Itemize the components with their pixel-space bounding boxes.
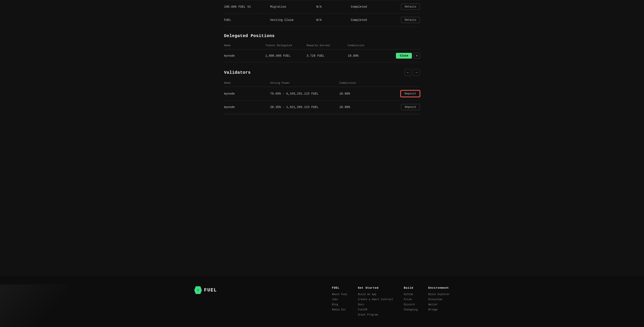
details-button-1[interactable]: Details [401,4,420,10]
footer-col-getstarted-title: Get Started [358,286,393,290]
footer-link-blog[interactable]: Blog [332,303,347,306]
footer-links-area: FUEL About Fuel Jobs Blog Media Kit Get … [304,286,450,318]
transaction-asset: 100.000 FUEL V1 [224,5,270,8]
prev-page-button[interactable]: ← [405,69,412,76]
footer: FUEL FUEL About Fuel Jobs Blog Media Kit… [0,276,644,327]
header-name: Name [224,82,270,84]
footer-link-docs[interactable]: Docs [358,303,393,306]
transaction-list: 100.000 FUEL V1 Migration N/A Completed … [224,0,420,27]
validators-title: Validators [224,70,251,75]
header-rewards: Rewards Earned [306,44,348,47]
footer-content: FUEL FUEL About Fuel Jobs Blog Media Kit… [194,286,450,318]
del-commission: 10.00% [348,54,389,58]
transaction-type: Vesting Claim [270,18,316,22]
validator-power-2: 20.35% - 1,621,365.123 FUEL [270,106,339,109]
footer-col-environment-title: Environment [428,286,450,290]
header-tokens: Tokens Delegated [265,44,307,47]
validator-row-1: mynode 79.65% - 6,345,291.115 FUEL 10.00… [224,87,420,100]
footer-col-build: Build Github Forum Discord Changelog [404,286,418,318]
transaction-status: Completed [351,5,397,8]
footer-link-fuelvm[interactable]: FuelVM [358,308,393,311]
footer-col-environment: Environment Block Explorer Ecosystem Wal… [428,286,450,318]
menu-button[interactable]: ≡ [414,53,420,58]
delegated-positions-title: Delegated Positions [224,34,420,38]
footer-logo: FUEL [194,286,217,294]
header-commission: Commission [339,82,385,84]
next-page-button[interactable]: → [413,69,420,76]
footer-link-grant[interactable]: Grant Program [358,313,393,316]
footer-link-about[interactable]: About Fuel [332,293,347,296]
footer-col-fuel-title: FUEL [332,286,347,290]
footer-link-mediakit[interactable]: Media Kit [332,308,347,311]
deposit-button-1-highlighted[interactable]: Deposit [400,90,420,97]
header-commission: Commission [348,44,389,47]
validator-commission-2: 10.00% [339,106,385,109]
transaction-action: Details [397,4,420,10]
transaction-row: 100.000 FUEL V1 Migration N/A Completed … [224,0,420,14]
validator-actions-1: Deposit [386,90,420,97]
transaction-asset: FUEL [224,18,270,22]
delegated-positions-table: Name Tokens Delegated Rewards Earned Com… [224,42,420,62]
footer-diagonal-decoration [0,284,68,327]
validators-section-header: Validators ← → [224,69,420,76]
fuel-brand-text: FUEL [204,288,217,293]
footer-col-build-title: Build [404,286,418,290]
claim-button[interactable]: Claim [396,53,412,58]
footer-link-bridge[interactable]: Bridge [428,308,450,311]
footer-link-github[interactable]: Github [404,293,418,296]
validators-header: Name Voting Power Commission [224,79,420,87]
footer-link-ecosystem[interactable]: Ecosystem [428,298,450,301]
transaction-action: Details [397,17,420,23]
footer-link-buildapp[interactable]: Build an app [358,293,393,296]
footer-link-changelog[interactable]: Changelog [404,308,418,311]
validator-power-1: 79.65% - 6,345,291.115 FUEL [270,92,339,96]
header-name: Name [224,44,265,47]
transaction-value: N/A [316,18,351,22]
details-button-2[interactable]: Details [401,17,420,23]
delegated-positions-header: Name Tokens Delegated Rewards Earned Com… [224,42,420,50]
fuel-logo-icon [194,286,202,294]
footer-logo-area: FUEL [194,286,291,318]
deposit-button-2[interactable]: Deposit [401,104,420,110]
transaction-status: Completed [351,18,397,22]
del-node-name: mynode [224,54,265,58]
validator-name-1: mynode [224,92,270,96]
footer-link-discord[interactable]: Discord [404,303,418,306]
delegated-row: mynode 1,000.000 FUEL 3.728 FUEL 10.00% … [224,50,420,62]
transaction-row: FUEL Vesting Claim N/A Completed Details [224,14,420,27]
validator-row-2: mynode 20.35% - 1,621,365.123 FUEL 10.00… [224,100,420,114]
del-actions: Claim ≡ [389,53,420,58]
footer-col-getstarted: Get Started Build an app Create a Smart … [358,286,393,318]
del-rewards: 3.728 FUEL [306,54,348,58]
validator-actions-2: Deposit [386,104,420,110]
footer-link-smartcontract[interactable]: Create a Smart Contract [358,298,393,301]
validators-table: Name Voting Power Commission mynode 79.6… [224,79,420,115]
header-voting-power: Voting Power [270,82,339,84]
del-tokens: 1,000.000 FUEL [265,54,307,58]
transaction-type: Migration [270,5,316,8]
validator-commission-1: 10.00% [339,92,385,96]
transaction-value: N/A [316,5,351,8]
validator-name-2: mynode [224,106,270,109]
footer-col-fuel: FUEL About Fuel Jobs Blog Media Kit [332,286,347,318]
pagination-controls: ← → [405,69,420,76]
table-divider [224,114,420,115]
footer-link-jobs[interactable]: Jobs [332,298,347,301]
footer-link-explorer[interactable]: Block Explorer [428,293,450,296]
footer-link-forum[interactable]: Forum [404,298,418,301]
footer-link-wallet[interactable]: Wallet [428,303,450,306]
